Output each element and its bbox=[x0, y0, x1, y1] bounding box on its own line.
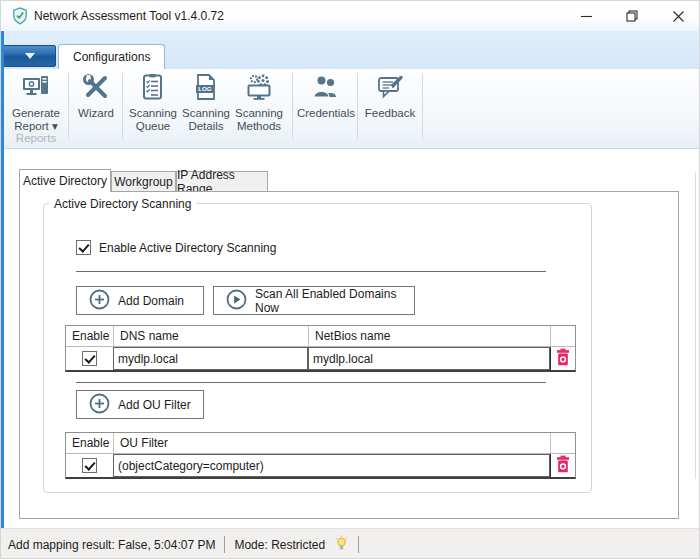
groupbox-title: Active Directory Scanning bbox=[49, 197, 196, 211]
window-title: Network Assessment Tool v1.4.0.72 bbox=[34, 9, 224, 23]
play-circle-icon bbox=[226, 289, 247, 313]
enable-ad-scanning-label: Enable Active Directory Scanning bbox=[99, 241, 276, 255]
credentials-button[interactable]: Credentials bbox=[295, 73, 357, 135]
title-bar: Network Assessment Tool v1.4.0.72 bbox=[1, 1, 700, 31]
add-plus-circle-icon bbox=[89, 393, 110, 417]
scan-all-enabled-domains-button[interactable]: Scan All Enabled Domains Now bbox=[213, 286, 415, 315]
scanning-details-log-icon: LOG bbox=[192, 73, 220, 105]
scanning-queue-icon bbox=[139, 73, 167, 105]
ribbon-tab-strip: Configurations bbox=[1, 31, 700, 69]
tab-active-directory[interactable]: Active Directory bbox=[19, 169, 111, 192]
wizard-button[interactable]: Wizard bbox=[71, 73, 121, 135]
status-bar: Add mapping result: False, 5:04:07 PM Mo… bbox=[1, 528, 700, 559]
ou-filter-input[interactable] bbox=[113, 454, 550, 477]
scanning-methods-label: Scanning Methods bbox=[235, 107, 283, 133]
enable-ad-scanning-checkbox[interactable] bbox=[76, 240, 91, 255]
ribbon-divider bbox=[68, 73, 69, 139]
column-header-actions bbox=[550, 433, 575, 454]
generate-report-button[interactable]: Generate Report ▾ bbox=[7, 73, 65, 135]
column-header-dns-name: DNS name bbox=[113, 326, 308, 347]
status-divider bbox=[358, 536, 359, 553]
panel-edge-line bbox=[695, 172, 696, 479]
wizard-label: Wizard bbox=[78, 107, 114, 120]
delete-domain-button[interactable] bbox=[550, 347, 575, 370]
feedback-button[interactable]: Feedback bbox=[360, 73, 420, 135]
feedback-pencil-icon bbox=[376, 73, 404, 105]
trash-icon bbox=[555, 348, 571, 370]
tab-workgroup[interactable]: Workgroup bbox=[111, 171, 176, 192]
table-row bbox=[66, 347, 113, 370]
domains-table: Enable DNS name NetBios name bbox=[65, 325, 576, 372]
separator bbox=[76, 271, 546, 272]
ribbon-group-reports-label: Reports bbox=[7, 132, 65, 144]
ribbon-divider bbox=[357, 73, 358, 139]
status-divider bbox=[224, 536, 225, 553]
ou-filter-enable-checkbox[interactable] bbox=[82, 458, 97, 473]
table-row bbox=[66, 454, 113, 477]
add-domain-label: Add Domain bbox=[118, 294, 184, 308]
scanning-details-button[interactable]: LOG Scanning Details bbox=[180, 73, 232, 135]
shield-check-app-icon bbox=[12, 7, 28, 29]
window-accent-stripe bbox=[1, 31, 4, 559]
credentials-label: Credentials bbox=[297, 107, 355, 120]
wizard-tools-icon bbox=[82, 73, 110, 105]
minimize-button[interactable] bbox=[563, 1, 609, 31]
close-button[interactable] bbox=[655, 1, 700, 31]
delete-ou-filter-button[interactable] bbox=[550, 454, 575, 477]
credentials-users-icon bbox=[312, 73, 340, 105]
netbios-name-input[interactable] bbox=[308, 347, 550, 370]
column-header-ou-filter: OU Filter bbox=[113, 433, 550, 454]
status-mode: Mode: Restricted bbox=[234, 538, 325, 552]
add-plus-circle-icon bbox=[89, 289, 110, 313]
domain-enable-checkbox[interactable] bbox=[82, 351, 97, 366]
lightbulb-icon bbox=[334, 535, 349, 554]
generate-report-label: Generate Report ▾ bbox=[12, 107, 60, 133]
column-header-actions bbox=[550, 326, 575, 347]
table-row bbox=[308, 347, 550, 370]
dns-name-input[interactable] bbox=[113, 347, 308, 370]
application-menu-button[interactable] bbox=[3, 45, 56, 67]
add-domain-button[interactable]: Add Domain bbox=[76, 286, 204, 315]
table-row bbox=[113, 347, 308, 370]
add-ou-filter-button[interactable]: Add OU Filter bbox=[76, 390, 204, 419]
app-window: Network Assessment Tool v1.4.0.72 Config… bbox=[0, 0, 700, 559]
table-row bbox=[113, 454, 550, 477]
ribbon-toolbar: Generate Report ▾ Wizard bbox=[1, 69, 700, 149]
ribbon-divider bbox=[422, 73, 423, 139]
restore-button[interactable] bbox=[609, 1, 655, 31]
feedback-label: Feedback bbox=[365, 107, 416, 120]
separator bbox=[76, 382, 546, 383]
scan-all-label: Scan All Enabled Domains Now bbox=[255, 287, 402, 315]
scanning-methods-button[interactable]: Scanning Methods bbox=[230, 73, 288, 135]
report-computer-icon bbox=[22, 73, 50, 105]
tab-ip-address-range[interactable]: IP Address Range bbox=[176, 171, 268, 192]
column-header-enable: Enable bbox=[66, 326, 113, 347]
scanning-methods-icon bbox=[245, 73, 273, 105]
ribbon-tab-configurations[interactable]: Configurations bbox=[58, 44, 165, 69]
scanning-details-label: Scanning Details bbox=[182, 107, 230, 133]
dropdown-arrow-icon bbox=[25, 53, 35, 59]
ou-filter-table: Enable OU Filter bbox=[65, 432, 576, 479]
column-header-netbios-name: NetBios name bbox=[308, 326, 550, 347]
trash-icon bbox=[555, 455, 571, 477]
status-mapping-result: Add mapping result: False, 5:04:07 PM bbox=[8, 538, 215, 552]
ribbon-divider bbox=[122, 73, 123, 139]
column-header-enable: Enable bbox=[66, 433, 113, 454]
scanning-queue-button[interactable]: Scanning Queue bbox=[125, 73, 181, 135]
scanning-queue-label: Scanning Queue bbox=[129, 107, 177, 133]
ribbon-divider bbox=[292, 73, 293, 139]
add-ou-filter-label: Add OU Filter bbox=[118, 398, 191, 412]
svg-text:LOG: LOG bbox=[198, 85, 212, 92]
